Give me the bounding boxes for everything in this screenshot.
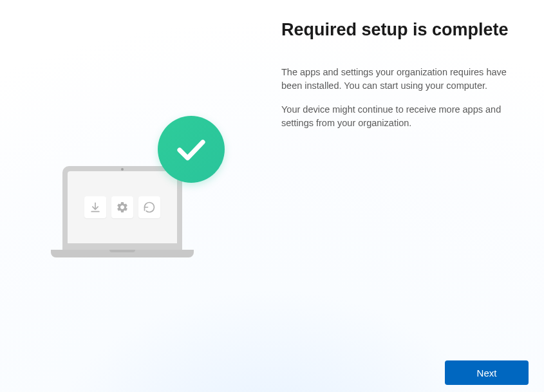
page-heading: Required setup is complete bbox=[281, 19, 531, 40]
laptop-camera-dot bbox=[121, 168, 124, 171]
laptop-screen-bezel bbox=[62, 166, 182, 250]
body-paragraph-2: Your device might continue to receive mo… bbox=[281, 103, 529, 130]
next-button[interactable]: Next bbox=[445, 360, 529, 385]
laptop-base bbox=[51, 250, 194, 257]
download-icon bbox=[84, 196, 106, 218]
laptop-screen bbox=[68, 171, 177, 243]
content-panel: Required setup is complete The apps and … bbox=[281, 0, 544, 392]
body-paragraph-1: The apps and settings your organization … bbox=[281, 66, 529, 93]
checkmark-badge bbox=[158, 116, 225, 183]
refresh-icon bbox=[138, 196, 160, 218]
gear-icon bbox=[111, 196, 133, 218]
illustration-panel bbox=[0, 0, 281, 392]
laptop-illustration bbox=[51, 129, 231, 257]
